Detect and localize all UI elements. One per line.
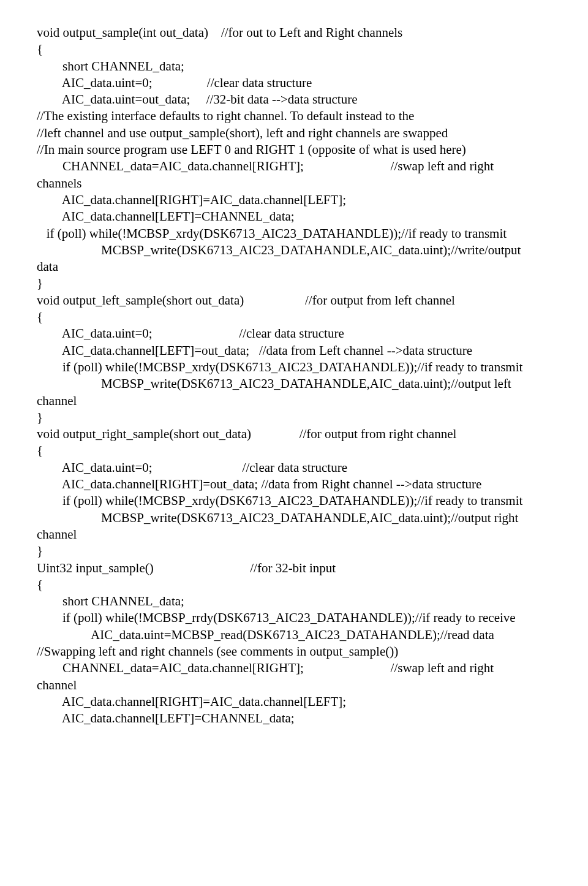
- code-line: }: [37, 409, 551, 426]
- code-line: AIC_data.uint=0; //clear data structure: [37, 75, 551, 91]
- code-content: void output_sample(int out_data) //for o…: [37, 25, 551, 727]
- code-line: Uint32 input_sample() //for 32-bit input: [37, 560, 551, 577]
- code-line: AIC_data.uint=0; //clear data structure: [37, 460, 551, 476]
- code-line: AIC_data.channel[RIGHT]=AIC_data.channel…: [37, 192, 551, 208]
- code-line: short CHANNEL_data;: [37, 58, 551, 75]
- code-line: AIC_data.channel[RIGHT]=AIC_data.channel…: [37, 694, 551, 710]
- code-line: MCBSP_write(DSK6713_AIC23_DATAHANDLE,AIC…: [37, 376, 551, 392]
- code-line: if (poll) while(!MCBSP_xrdy(DSK6713_AIC2…: [37, 359, 551, 376]
- code-line: {: [37, 309, 551, 325]
- code-line: void output_right_sample(short out_data)…: [37, 426, 551, 442]
- code-line: void output_sample(int out_data) //for o…: [37, 25, 551, 41]
- code-line: channels: [37, 175, 551, 192]
- code-line: channel: [37, 393, 551, 409]
- code-line: channel: [37, 526, 551, 543]
- code-line: AIC_data.channel[RIGHT]=out_data; //data…: [37, 476, 551, 493]
- code-line: if (poll) while(!MCBSP_xrdy(DSK6713_AIC2…: [37, 225, 551, 242]
- code-line: //The existing interface defaults to rig…: [37, 108, 551, 124]
- code-line: {: [37, 41, 551, 58]
- code-line: CHANNEL_data=AIC_data.channel[RIGHT]; //…: [37, 158, 551, 175]
- code-line: data: [37, 259, 551, 275]
- code-line: MCBSP_write(DSK6713_AIC23_DATAHANDLE,AIC…: [37, 242, 551, 259]
- code-line: AIC_data.channel[LEFT]=CHANNEL_data;: [37, 208, 551, 225]
- code-line: channel: [37, 677, 551, 694]
- code-line: AIC_data.channel[LEFT]=CHANNEL_data;: [37, 710, 551, 727]
- code-line: }: [37, 543, 551, 559]
- code-line: }: [37, 275, 551, 292]
- code-line: if (poll) while(!MCBSP_rrdy(DSK6713_AIC2…: [37, 610, 551, 626]
- code-line: AIC_data.uint=out_data; //32-bit data --…: [37, 91, 551, 108]
- code-line: CHANNEL_data=AIC_data.channel[RIGHT]; //…: [37, 660, 551, 676]
- code-line: //In main source program use LEFT 0 and …: [37, 142, 551, 158]
- code-line: AIC_data.uint=0; //clear data structure: [37, 325, 551, 342]
- code-line: short CHANNEL_data;: [37, 593, 551, 610]
- code-line: AIC_data.uint=MCBSP_read(DSK6713_AIC23_D…: [37, 627, 551, 643]
- code-line: MCBSP_write(DSK6713_AIC23_DATAHANDLE,AIC…: [37, 510, 551, 526]
- code-line: //left channel and use output_sample(sho…: [37, 125, 551, 142]
- code-line: void output_left_sample(short out_data) …: [37, 292, 551, 309]
- code-line: {: [37, 577, 551, 593]
- code-line: AIC_data.channel[LEFT]=out_data; //data …: [37, 343, 551, 359]
- code-line: //Swapping left and right channels (see …: [37, 643, 551, 660]
- code-line: {: [37, 442, 551, 459]
- code-line: if (poll) while(!MCBSP_xrdy(DSK6713_AIC2…: [37, 493, 551, 509]
